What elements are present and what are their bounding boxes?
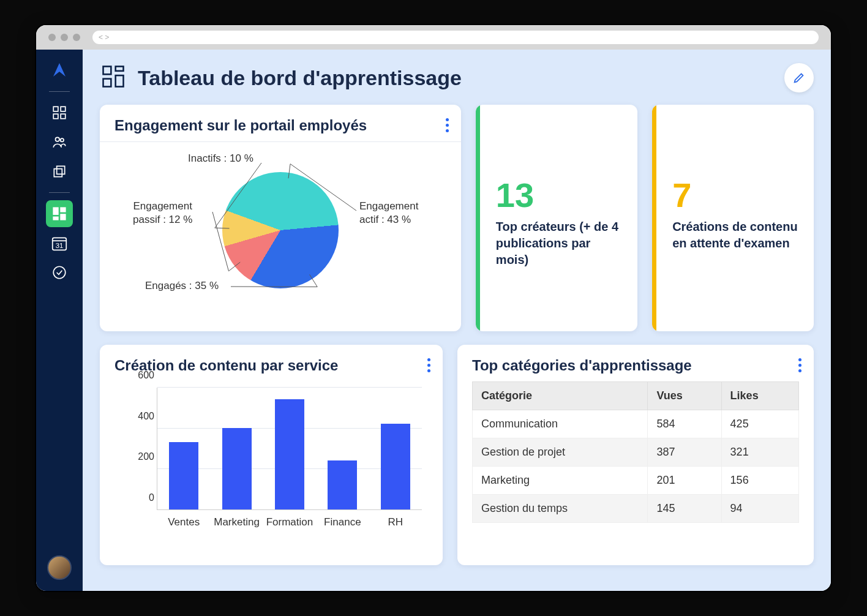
cell-likes: 156	[721, 467, 798, 495]
svg-rect-17	[103, 79, 111, 87]
cell-cat: Gestion de projet	[473, 438, 648, 467]
main-content: Tableau de bord d'apprentissage Engageme…	[83, 50, 831, 591]
svg-rect-9	[61, 208, 66, 212]
x-label: Marketing	[212, 516, 261, 528]
svg-rect-3	[61, 114, 66, 119]
top-creators-card: 13 Top créateurs (+ de 4 publications pa…	[476, 105, 637, 331]
content-by-dept-card: Création de contenu par service 02004006…	[100, 345, 443, 565]
url-bar[interactable]: < >	[92, 31, 819, 44]
table-row[interactable]: Gestion du temps14594	[473, 495, 799, 523]
table-card-title: Top catégories d'apprentissage	[472, 357, 799, 381]
cell-likes: 321	[721, 438, 798, 467]
pie-label-inactive: Inactifs : 10 %	[188, 152, 253, 165]
svg-point-5	[61, 138, 64, 141]
card-menu-button[interactable]	[798, 358, 801, 372]
minimize-dot[interactable]	[61, 34, 68, 41]
svg-rect-2	[53, 114, 58, 119]
svg-rect-1	[61, 107, 66, 111]
top-creators-label: Top créateurs (+ de 4 publications par m…	[496, 219, 621, 268]
cell-likes: 425	[721, 410, 798, 438]
y-tick: 400	[138, 411, 154, 422]
th-category: Catégorie	[473, 382, 648, 410]
cell-likes: 94	[721, 495, 798, 523]
engagement-card-title: Engagement sur le portail employés	[114, 117, 446, 141]
traffic-lights	[48, 34, 80, 41]
bar-card-title: Création de contenu par service	[114, 357, 428, 381]
pending-review-card: 7 Créations de contenu en attente d'exam…	[652, 105, 814, 331]
svg-rect-18	[116, 75, 124, 86]
categories-table: Catégorie Vues Likes Communication584425…	[472, 381, 799, 523]
svg-rect-15	[103, 67, 111, 75]
svg-rect-16	[116, 67, 124, 71]
pending-review-label: Créations de contenu en attente d'examen	[672, 219, 798, 252]
pie-label-engaged: Engagés : 35 %	[145, 279, 219, 293]
sidebar-item-check[interactable]	[46, 259, 73, 286]
edit-button[interactable]	[784, 63, 814, 92]
app-logo[interactable]	[50, 61, 69, 80]
pencil-icon	[792, 71, 806, 85]
sidebar-item-board-active[interactable]	[46, 200, 73, 227]
cell-views: 201	[648, 467, 721, 495]
nav-back-forward-icon[interactable]: < >	[99, 33, 109, 42]
user-avatar[interactable]	[47, 555, 72, 580]
top-creators-value: 13	[496, 178, 621, 212]
sidebar-item-copy[interactable]	[46, 158, 73, 185]
pie-label-active: Engagementactif : 43 %	[359, 200, 418, 227]
bar	[222, 428, 252, 509]
svg-rect-10	[53, 217, 58, 219]
cell-cat: Gestion du temps	[473, 495, 648, 523]
engagement-card: Engagement sur le portail employés Engag…	[100, 105, 461, 331]
zoom-dot[interactable]	[73, 34, 80, 41]
top-categories-card: Top catégories d'apprentissage Catégorie…	[457, 345, 814, 565]
cell-cat: Communication	[473, 410, 648, 438]
browser-window: < > 31	[35, 24, 832, 592]
table-row[interactable]: Communication584425	[473, 410, 799, 438]
sidebar-item-dashboard[interactable]	[46, 99, 73, 126]
dashboard-icon	[100, 63, 127, 92]
table-row[interactable]: Marketing201156	[473, 467, 799, 495]
x-label: Ventes	[159, 516, 208, 528]
svg-rect-0	[53, 107, 58, 111]
svg-point-4	[56, 137, 60, 141]
dept-bar-chart: 0200400600 VentesMarketingFormationFinan…	[133, 388, 422, 528]
svg-rect-7	[54, 169, 62, 177]
y-tick: 0	[149, 492, 154, 503]
bar	[275, 399, 304, 509]
calendar-day: 31	[56, 242, 64, 249]
card-menu-button[interactable]	[427, 358, 430, 372]
x-label: Formation	[265, 516, 314, 528]
page-title: Tableau de bord d'apprentissage	[138, 66, 462, 90]
sidebar-item-people[interactable]	[46, 129, 73, 156]
y-tick: 600	[138, 370, 154, 381]
svg-rect-11	[61, 214, 66, 220]
table-row[interactable]: Gestion de projet387321	[473, 438, 799, 467]
pending-review-value: 7	[672, 178, 798, 212]
close-dot[interactable]	[48, 34, 56, 41]
pie-label-passive: Engagementpassif : 12 %	[133, 200, 192, 227]
bar	[169, 442, 198, 509]
y-tick: 200	[138, 451, 154, 462]
bar	[381, 424, 410, 509]
x-label: Finance	[318, 516, 367, 528]
svg-point-14	[53, 266, 66, 279]
svg-rect-8	[53, 208, 58, 214]
bar	[328, 460, 357, 509]
th-likes: Likes	[721, 382, 798, 410]
sidebar: 31	[36, 50, 83, 591]
cell-views: 145	[648, 495, 721, 523]
th-views: Vues	[648, 382, 721, 410]
engagement-pie-chart: Engagementactif : 43 % Engagés : 35 % En…	[114, 151, 446, 310]
cell-views: 387	[648, 438, 721, 467]
cell-views: 584	[648, 410, 721, 438]
svg-rect-6	[57, 166, 65, 174]
card-menu-button[interactable]	[446, 118, 449, 132]
sidebar-item-calendar[interactable]: 31	[46, 230, 73, 257]
browser-chrome: < >	[36, 25, 831, 50]
x-label: RH	[371, 516, 420, 528]
cell-cat: Marketing	[473, 467, 648, 495]
